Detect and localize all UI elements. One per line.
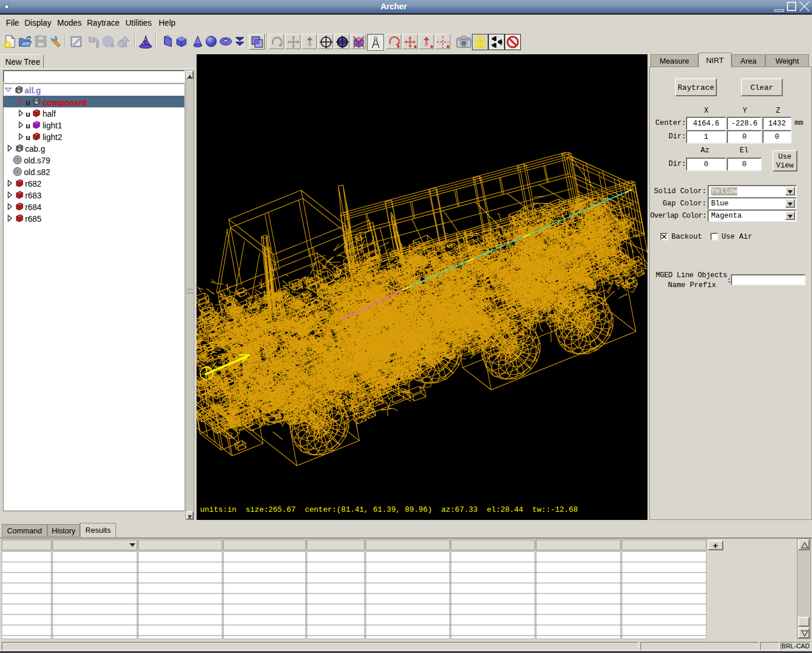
svg-text:light1: light1 [43, 121, 62, 130]
svg-text:u: u [26, 110, 30, 118]
svg-text:r685: r685 [25, 214, 41, 224]
svg-text:r684: r684 [25, 202, 41, 212]
svg-text:component: component [43, 98, 87, 107]
svg-text:u: u [26, 98, 30, 107]
svg-text:all.g: all.g [24, 86, 41, 95]
svg-text:cab.g: cab.g [25, 144, 45, 153]
svg-text:r683: r683 [25, 191, 41, 200]
svg-text:u: u [26, 133, 30, 142]
svg-text:half: half [43, 109, 56, 118]
svg-text:r682: r682 [25, 179, 41, 188]
svg-text:light2: light2 [43, 132, 62, 142]
svg-text:u: u [26, 121, 30, 130]
svg-text:old.s82: old.s82 [24, 167, 50, 177]
svg-text:old.s79: old.s79 [24, 156, 50, 165]
